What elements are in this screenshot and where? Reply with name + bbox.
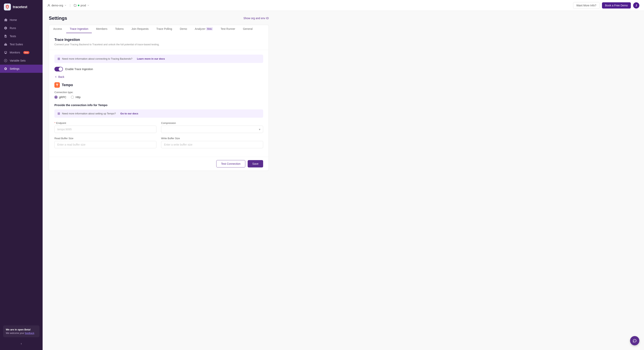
topbar: demo-org | prod Want More Info? Book a F… — [42, 0, 644, 11]
feedback-link[interactable]: feedback — [25, 332, 34, 334]
toggle-knob — [59, 67, 62, 71]
tab-trace-polling[interactable]: Trace Polling — [153, 25, 176, 33]
runs-icon — [4, 26, 7, 30]
variable-sets-icon — [4, 59, 7, 62]
tab-test-runner[interactable]: Test Runner — [217, 25, 238, 33]
want-more-info-button[interactable]: Want More Info? — [573, 2, 600, 9]
tab-demo[interactable]: Demo — [176, 25, 190, 33]
connection-type-radio-group: gRPC Http — [54, 96, 263, 99]
org-chevron-icon — [64, 4, 66, 6]
settings-header: Settings Show org and env ID — [49, 16, 269, 21]
main-area: demo-org | prod Want More Info? Book a F… — [42, 0, 644, 350]
org-selector[interactable]: demo-org — [47, 4, 66, 7]
sidebar-item-settings[interactable]: Settings — [0, 65, 42, 73]
sidebar-logo: tracetest — [0, 0, 42, 14]
connection-type-label: Connection type: — [54, 91, 263, 94]
topbar-left: demo-org | prod — [47, 4, 90, 7]
settings-title: Settings — [49, 16, 67, 21]
tempo-info-box: ⊞ Need more information about setting up… — [54, 110, 263, 118]
write-buffer-input[interactable] — [161, 141, 263, 148]
topbar-right: Want More Info? Book a Free Demo J — [573, 2, 639, 9]
sidebar-item-tests[interactable]: Tests — [0, 32, 42, 40]
tempo-header: Tempo — [54, 82, 263, 88]
info-box-icon: ⊞ — [58, 57, 60, 60]
card-header: Trace Ingestion Connect your Tracing Bac… — [49, 33, 268, 50]
tab-trace-ingestion[interactable]: Trace Ingestion — [66, 25, 92, 33]
sidebar-item-monitors[interactable]: Monitors New — [0, 48, 42, 56]
radio-http-circle — [71, 96, 74, 99]
content-area: Settings Show org and env ID Access Trac… — [42, 11, 644, 350]
org-icon — [47, 4, 50, 7]
learn-more-link[interactable]: Learn more in our docs — [137, 57, 165, 60]
save-button[interactable]: Save — [248, 160, 263, 168]
chat-icon — [632, 338, 637, 343]
tab-join-requests[interactable]: Join Requests — [128, 25, 152, 33]
tab-analyzer[interactable]: Analyzer Beta — [191, 25, 216, 33]
env-selector[interactable]: prod — [74, 4, 90, 7]
sidebar-item-test-suites[interactable]: Test Suites — [0, 40, 42, 48]
sidebar-item-test-suites-label: Test Suites — [10, 43, 23, 46]
env-status-dot — [78, 5, 80, 6]
enable-trace-ingestion-toggle[interactable] — [54, 67, 63, 72]
tests-icon — [4, 34, 7, 38]
logo-text: tracetest — [13, 5, 27, 9]
show-org-link[interactable]: Show org and env ID — [244, 17, 269, 20]
tab-general[interactable]: General — [240, 25, 256, 33]
tempo-info-text: Need more information about setting up T… — [62, 112, 116, 115]
compression-select-wrapper: ▾ — [161, 126, 263, 133]
sidebar-item-variable-sets[interactable]: Variable Sets — [0, 56, 42, 65]
tempo-docs-link[interactable]: Go to our docs — [120, 112, 138, 115]
tab-members[interactable]: Members — [92, 25, 111, 33]
sidebar-bottom: We are in open Beta! We welcome your fee… — [0, 322, 42, 350]
sidebar-item-home-label: Home — [10, 18, 17, 22]
test-connection-button[interactable]: Test Connection — [216, 160, 245, 168]
test-suites-icon — [4, 42, 7, 46]
endpoint-required: * — [54, 122, 56, 124]
chat-support-button[interactable] — [630, 336, 639, 345]
info-box-text: Need more information about connecting t… — [62, 57, 132, 60]
toggle-label: Enable Trace Ingestion — [65, 68, 93, 71]
compression-group: Compression ▾ — [161, 122, 263, 133]
tab-access[interactable]: Access — [50, 25, 66, 33]
read-buffer-input[interactable] — [54, 141, 156, 148]
back-button[interactable]: Back — [54, 75, 64, 78]
sidebar-collapse-button[interactable]: ‹ — [3, 340, 40, 347]
write-buffer-group: Write Buffer Size — [161, 137, 263, 148]
beta-box-text: We welcome your feedback — [6, 332, 37, 334]
action-row: Test Connection Save — [49, 157, 268, 170]
sidebar-item-settings-label: Settings — [10, 67, 20, 70]
content-inner: Settings Show org and env ID Access Trac… — [42, 11, 275, 180]
sidebar-nav: Home Runs Tests Test Suites Monitors New… — [0, 14, 42, 322]
tempo-info-icon: ⊞ — [58, 112, 60, 116]
radio-http[interactable]: Http — [71, 96, 80, 99]
beta-box: We are in open Beta! We welcome your fee… — [3, 326, 40, 337]
sidebar-item-tests-label: Tests — [10, 35, 16, 38]
endpoint-input[interactable] — [54, 126, 156, 133]
sidebar-item-home[interactable]: Home — [0, 16, 42, 24]
endpoint-group: * Endpoint — [54, 122, 156, 133]
tempo-title: Tempo — [62, 83, 73, 87]
monitors-icon — [4, 51, 7, 54]
radio-grpc[interactable]: gRPC — [54, 96, 66, 99]
env-folder-icon — [74, 4, 77, 7]
write-buffer-label: Write Buffer Size — [161, 137, 263, 140]
org-name: demo-org — [52, 4, 63, 7]
env-chevron-icon — [87, 4, 90, 6]
logo-icon — [4, 4, 11, 10]
card-title: Trace Ingestion — [54, 38, 263, 42]
read-buffer-label: Read Buffer Size — [54, 137, 156, 140]
tempo-icon — [54, 82, 60, 88]
tab-tokens[interactable]: Tokens — [112, 25, 127, 33]
endpoint-label: * Endpoint — [54, 122, 156, 124]
read-buffer-group: Read Buffer Size — [54, 137, 156, 148]
compression-select[interactable] — [161, 126, 263, 133]
card-desc: Connect your Tracing Backend to Tracetes… — [54, 43, 263, 46]
monitors-badge: New — [23, 51, 30, 54]
svg-point-2 — [48, 4, 49, 6]
home-icon — [4, 18, 7, 22]
settings-tabs: Access Trace Ingestion Members Tokens Jo… — [49, 25, 269, 33]
radio-grpc-circle — [54, 96, 58, 99]
book-demo-button[interactable]: Book a Free Demo — [602, 2, 631, 8]
sidebar-item-variable-sets-label: Variable Sets — [10, 59, 26, 62]
sidebar-item-runs[interactable]: Runs — [0, 24, 42, 32]
